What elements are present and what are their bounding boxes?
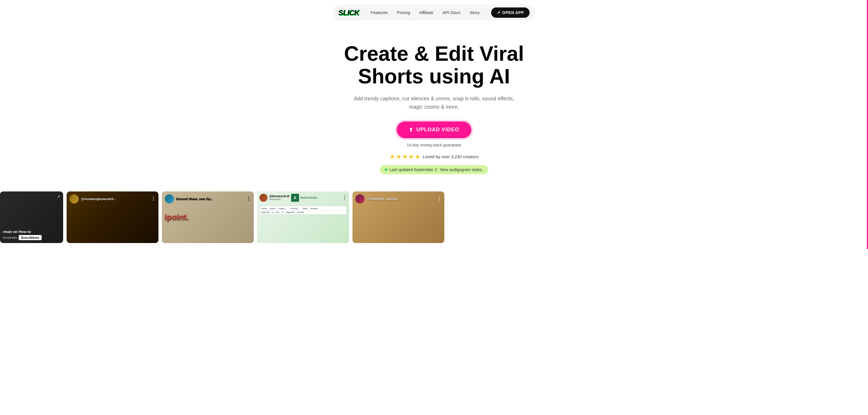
open-app-button[interactable]: ↗ OPEN APP — [491, 7, 530, 18]
hero-title-line1: Create & Edit Viral — [344, 42, 524, 65]
nav-link-affiliate[interactable]: Affiliate — [420, 10, 433, 15]
card-5-avatar — [355, 194, 365, 204]
open-app-label: OPEN APP — [502, 10, 524, 15]
scroll-progress — [867, 0, 868, 249]
video-card-4[interactable]: @bossexcel.id bossexcel X BOSS EXCEL ⋮ H… — [257, 192, 349, 243]
logo[interactable]: SLICK — [338, 8, 360, 17]
hero-title: Create & Edit Viral Shorts using AI — [344, 42, 524, 88]
navbar-inner: SLICK Features Pricing Affiliate API Doc… — [333, 5, 536, 21]
subscribe-button[interactable]: Suscribirme — [19, 235, 42, 240]
card-3-avatar — [165, 194, 174, 204]
card-5-user: @travelling_samosa — [355, 194, 398, 204]
star-2: ★ — [396, 153, 402, 161]
video-card-3[interactable]: Emmett Shear, new Op... ⋮ ipoint. — [162, 192, 254, 243]
card-5-header: @travelling_samosa ⋮ — [355, 194, 441, 204]
share-icon[interactable]: ↗ — [57, 194, 60, 199]
card-3-brand-text: ipoint. — [165, 213, 189, 221]
nav-link-story[interactable]: Story — [470, 10, 479, 15]
star-1: ★ — [390, 153, 395, 161]
nav-item-api-docs[interactable]: API Docs — [443, 10, 461, 15]
upload-icon: ⬆ — [409, 127, 413, 133]
nav-item-pricing[interactable]: Pricing — [397, 10, 410, 15]
card-5-username: @travelling_samosa — [367, 197, 398, 201]
money-back-text: 14-day money-back guarantee — [407, 143, 461, 147]
card-3-title: ipoint. — [165, 212, 251, 222]
excel-toolbar: HomeInsertPage L...Formul...DataReview C… — [259, 206, 347, 215]
card-4-header: @bossexcel.id bossexcel X BOSS EXCEL ⋮ — [259, 194, 347, 202]
card-4-brand-name: BOSS EXCEL — [301, 196, 317, 199]
video-card-1[interactable]: ↗ rman on How to hendiratta Suscribirme — [0, 192, 63, 243]
nav-link-api-docs[interactable]: API Docs — [443, 10, 461, 15]
nav-link-features[interactable]: Features — [371, 10, 388, 15]
first-card-username: hendiratta — [3, 236, 17, 239]
update-badge-text: Last updated September 2 : New audigogra… — [390, 167, 483, 172]
hero-section: Create & Edit Viral Shorts using AI Add … — [0, 25, 868, 186]
star-3: ★ — [402, 153, 408, 161]
hero-subtitle: Add trendy captions, cut silences & umms… — [348, 95, 520, 111]
card-5-menu[interactable]: ⋮ — [437, 196, 441, 202]
nav-link-pricing[interactable]: Pricing — [397, 10, 410, 15]
card-2-user: @invataenglezacubrit... — [69, 194, 116, 204]
video-card-5[interactable]: @travelling_samosa ⋮ — [352, 192, 444, 243]
arrow-icon: ↗ — [497, 10, 501, 15]
card-3-user: Emmett Shear, new Op... — [165, 194, 213, 204]
card-3-header: Emmett Shear, new Op... ⋮ — [165, 194, 251, 204]
navbar: SLICK Features Pricing Affiliate API Doc… — [0, 0, 868, 25]
video-card-2[interactable]: @invataenglezacubrit... ⋮ — [67, 192, 158, 243]
upload-video-button[interactable]: ⬆ UPLOAD VIDEO — [397, 122, 471, 138]
nav-item-features[interactable]: Features — [371, 10, 388, 15]
first-card-content: ↗ rman on How to hendiratta Suscribirme — [0, 192, 63, 243]
upload-button-label: UPLOAD VIDEO — [416, 127, 459, 133]
excel-logo-icon: X — [291, 194, 299, 202]
green-dot-icon — [385, 169, 387, 171]
nav-links: Features Pricing Affiliate API Docs Stor… — [371, 10, 480, 15]
star-rating: ★ ★ ★ ★ ★ — [390, 153, 421, 161]
loved-by-text: Loved by over 3,230 creators — [423, 154, 478, 159]
nav-item-story[interactable]: Story — [470, 10, 479, 15]
card-2-username: @invataenglezacubrit... — [81, 197, 116, 201]
card-4-sitename: bossexcel — [269, 198, 289, 201]
star-5: ★ — [415, 153, 421, 161]
card-2-avatar — [69, 194, 79, 204]
card-3-username: Emmett Shear, new Op... — [176, 197, 213, 201]
star-4: ★ — [408, 153, 414, 161]
nav-item-affiliate[interactable]: Affiliate — [420, 10, 433, 15]
card-3-menu[interactable]: ⋮ — [246, 196, 251, 202]
first-card-title: rman on How to — [3, 230, 60, 234]
stars-row: ★ ★ ★ ★ ★ Loved by over 3,230 creators — [390, 153, 478, 161]
first-card-sub: hendiratta Suscribirme — [3, 235, 60, 240]
card-4-menu[interactable]: ⋮ — [342, 195, 347, 200]
card-2-header: @invataenglezacubrit... ⋮ — [69, 194, 156, 204]
video-strip: ↗ rman on How to hendiratta Suscribirme … — [0, 186, 868, 243]
card-4-content: @bossexcel.id bossexcel X BOSS EXCEL ⋮ H… — [257, 192, 349, 243]
hero-title-line2: Shorts using AI — [358, 65, 510, 88]
card-4-user-info: @bossexcel.id bossexcel — [269, 195, 289, 201]
card-4-avatar — [259, 194, 268, 202]
card-4-username: @bossexcel.id — [269, 195, 289, 198]
update-badge: Last updated September 2 : New audigogra… — [380, 165, 488, 174]
card-2-menu[interactable]: ⋮ — [151, 196, 156, 202]
